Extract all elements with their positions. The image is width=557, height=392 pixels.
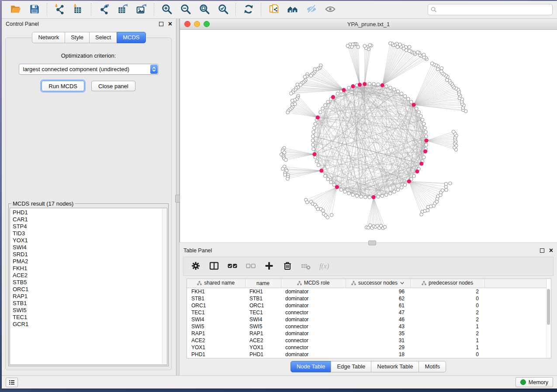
- refresh-view-button[interactable]: [239, 3, 258, 17]
- save-session-button[interactable]: [25, 3, 44, 17]
- table-row[interactable]: TEC1TEC1connector472: [187, 309, 547, 316]
- table-row[interactable]: STB1STB1dominator620: [187, 295, 547, 302]
- show-all-button[interactable]: [321, 3, 339, 17]
- show-column-panel-button[interactable]: [205, 259, 223, 274]
- duplicate-network-icon: [268, 3, 280, 16]
- save-icon: [29, 3, 40, 16]
- open-session-button[interactable]: [6, 3, 25, 17]
- new-network-from-selection-button[interactable]: [264, 3, 283, 17]
- mcds-node-item[interactable]: STP4: [13, 223, 167, 230]
- tab-edge-table[interactable]: Edge Table: [331, 361, 371, 372]
- create-column-button[interactable]: [260, 259, 278, 274]
- column-header-MCDS-role[interactable]: MCDS role: [281, 279, 346, 288]
- table-row[interactable]: PHD1PHD1dominator180: [187, 351, 547, 358]
- criterion-select[interactable]: largest connected component (undirected): [19, 64, 159, 75]
- export-table-button[interactable]: [113, 3, 132, 17]
- divider-handle[interactable]: [368, 241, 376, 245]
- column-header-name[interactable]: name: [245, 279, 281, 288]
- table-row[interactable]: ORC1ORC1dominator610: [187, 302, 547, 309]
- tab-network[interactable]: Network: [32, 32, 65, 43]
- memory-button[interactable]: Memory: [515, 377, 553, 387]
- cell-shared_name: ACE2: [187, 337, 245, 344]
- run-mcds-button[interactable]: Run MCDS: [42, 81, 84, 91]
- mcds-node-item[interactable]: TID3: [13, 230, 167, 237]
- list-icon: [8, 379, 15, 386]
- cell-successor_nodes: 46: [346, 316, 410, 323]
- tab-select[interactable]: Select: [89, 32, 117, 43]
- control-panel-header: Control Panel ×: [2, 19, 176, 29]
- float-panel-icon[interactable]: [540, 248, 544, 253]
- toolbar-separator: [91, 3, 91, 16]
- cell-shared_name: TEC1: [187, 309, 245, 316]
- import-table-button[interactable]: [69, 3, 88, 17]
- table-row[interactable]: RAP1RAP1dominator352: [187, 330, 547, 337]
- table-options-button[interactable]: [187, 259, 204, 274]
- network-canvas[interactable]: [180, 30, 557, 242]
- table-scrollbar[interactable]: [546, 288, 551, 358]
- mcds-node-item[interactable]: PHD1: [13, 209, 167, 216]
- close-panel-button[interactable]: Close panel: [91, 81, 135, 91]
- float-panel-icon[interactable]: [159, 22, 163, 26]
- network-window-titlebar[interactable]: YPA_prune.txt_1: [180, 19, 557, 30]
- table-row[interactable]: FKH1FKH1dominator962: [187, 288, 547, 296]
- column-header-shared-name[interactable]: shared name: [187, 279, 245, 288]
- search-box[interactable]: [428, 4, 553, 15]
- zoom-out-icon: [180, 3, 191, 16]
- mcds-node-item[interactable]: RAP1: [13, 293, 167, 300]
- mcds-node-item[interactable]: SWI5: [13, 307, 167, 314]
- hide-selected-button[interactable]: [302, 3, 321, 17]
- zoom-fit-button[interactable]: [195, 3, 214, 17]
- column-header-predecessor-nodes[interactable]: predecessor nodes: [410, 279, 484, 288]
- mcds-node-item[interactable]: FKH1: [13, 265, 167, 272]
- zoom-selected-button[interactable]: [214, 3, 232, 17]
- eye-hidden-icon: [306, 3, 317, 16]
- mcds-result-list[interactable]: PHD1CAR1STP4TID3YOX1SWI4SRD1PMA2FKH1ACE2…: [10, 208, 167, 365]
- table-row[interactable]: ACE2ACE2connector311: [187, 337, 547, 344]
- horizontal-split-divider[interactable]: [180, 242, 557, 245]
- zoom-in-button[interactable]: [157, 3, 176, 17]
- table-row[interactable]: YOX1YOX1connector291: [187, 344, 547, 351]
- mcds-node-item[interactable]: GCR1: [13, 321, 167, 328]
- divider-handle[interactable]: [175, 195, 180, 203]
- mcds-node-item[interactable]: ORC1: [13, 286, 167, 293]
- mcds-node-item[interactable]: SRD1: [13, 251, 167, 258]
- window-zoom-button[interactable]: [204, 21, 210, 27]
- mcds-node-item[interactable]: TEC1: [13, 314, 167, 321]
- tab-network-table[interactable]: Network Table: [371, 361, 419, 372]
- table-row[interactable]: SWI5SWI5connector431: [187, 323, 547, 330]
- delete-columns-button[interactable]: [279, 259, 296, 274]
- tab-node-table[interactable]: Node Table: [291, 361, 332, 372]
- first-neighbors-button[interactable]: [283, 3, 302, 17]
- export-image-button[interactable]: [132, 3, 151, 17]
- export-network-button[interactable]: [94, 3, 113, 17]
- tab-style[interactable]: Style: [65, 32, 90, 43]
- window-minimize-button[interactable]: [194, 21, 200, 27]
- tab-mcds[interactable]: MCDS: [117, 32, 145, 43]
- unselect-all-columns-button[interactable]: [242, 259, 259, 274]
- mcds-node-item[interactable]: CAR1: [13, 216, 167, 223]
- result-list-scrollbar[interactable]: [162, 209, 166, 364]
- table-scrollbar-thumb[interactable]: [547, 289, 550, 325]
- mcds-node-item[interactable]: STB5: [13, 279, 167, 286]
- optimization-criterion-label: Optimization criterion:: [6, 52, 171, 59]
- select-all-columns-button[interactable]: [224, 259, 241, 274]
- mcds-node-item[interactable]: PMA2: [13, 258, 167, 265]
- window-close-button[interactable]: [184, 21, 190, 27]
- vertical-split-divider[interactable]: [176, 19, 180, 375]
- node-table[interactable]: shared namenameMCDS rolesuccessor nodesp…: [187, 279, 547, 358]
- close-panel-icon[interactable]: ×: [168, 21, 172, 27]
- table-row[interactable]: SWI4SWI4dominator462: [187, 316, 547, 323]
- zoom-out-button[interactable]: [176, 3, 195, 17]
- mcds-node-item[interactable]: YOX1: [13, 237, 167, 244]
- control-panel-title: Control Panel: [6, 21, 39, 27]
- tab-motifs[interactable]: Motifs: [419, 361, 446, 372]
- import-network-button[interactable]: [50, 3, 69, 17]
- mcds-node-item[interactable]: ACE2: [13, 272, 167, 279]
- mcds-node-item[interactable]: STB1: [13, 300, 167, 307]
- search-input[interactable]: [439, 6, 550, 13]
- mcds-node-item[interactable]: SWI4: [13, 244, 167, 251]
- cell-name: FKH1: [245, 288, 281, 296]
- task-history-button[interactable]: [6, 378, 18, 387]
- column-header-successor-nodes[interactable]: successor nodes: [346, 279, 410, 288]
- close-panel-icon[interactable]: ×: [549, 248, 553, 253]
